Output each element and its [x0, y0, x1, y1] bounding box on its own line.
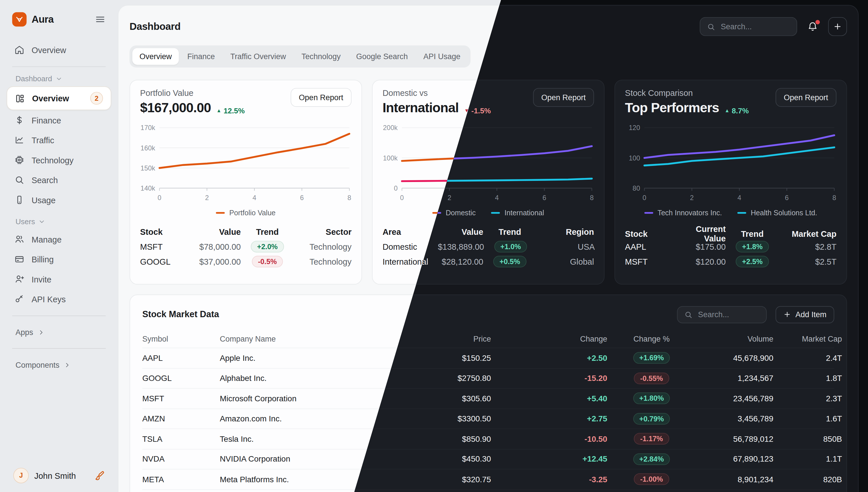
- sidebar-item-traffic[interactable]: Traffic: [7, 130, 111, 150]
- sidebar-item-technology[interactable]: Technology: [7, 150, 111, 170]
- card-headline: $167,000.00: [140, 100, 211, 116]
- sidebar-item-label: Traffic: [31, 136, 54, 145]
- card-subtitle: Stock Comparison: [625, 88, 749, 98]
- table-search[interactable]: [677, 306, 767, 323]
- change-pct-pill: -1.17%: [634, 433, 669, 445]
- change-pct-pill: -1.00%: [634, 473, 669, 485]
- svg-text:4: 4: [495, 194, 499, 201]
- svg-text:200k: 200k: [383, 124, 398, 131]
- sidebar-collapse-button[interactable]: [95, 14, 106, 25]
- sidebar-item-label: Manage: [31, 235, 62, 244]
- credit-card-icon: [14, 254, 24, 264]
- open-report-button[interactable]: Open Report: [291, 88, 351, 107]
- stage: Aura Overview Dashboard Overview 2 Finan…: [0, 0, 868, 492]
- trend-pill: +1.8%: [736, 241, 769, 252]
- sidebar: Aura Overview Dashboard Overview 2 Finan…: [0, 0, 118, 492]
- svg-text:100k: 100k: [383, 154, 398, 162]
- chevron-down-icon: [55, 75, 63, 82]
- search-icon: [707, 22, 715, 31]
- svg-text:0: 0: [394, 184, 398, 192]
- sidebar-link-apps[interactable]: Apps: [7, 323, 111, 342]
- portfolio-line-chart: 140k150k160k170k02468: [140, 121, 352, 205]
- sidebar-divider: [12, 316, 106, 316]
- header-controls: [700, 17, 847, 36]
- legend-label: International: [504, 208, 544, 217]
- open-report-button[interactable]: Open Report: [533, 88, 594, 107]
- svg-text:2: 2: [205, 194, 209, 201]
- notifications-bell-icon[interactable]: [807, 21, 818, 32]
- open-report-button[interactable]: Open Report: [775, 88, 837, 107]
- svg-text:0: 0: [642, 194, 646, 201]
- card-portfolio-value: Portfolio Value $167,000.00 12.5% Open R…: [129, 80, 362, 285]
- svg-text:170k: 170k: [141, 124, 155, 131]
- sidebar-item-overview-top[interactable]: Overview: [7, 40, 111, 60]
- trend-pill: +1.0%: [494, 241, 527, 252]
- sidebar-item-invite[interactable]: Invite: [7, 269, 111, 289]
- sidebar-item-api-keys[interactable]: API Keys: [7, 289, 111, 309]
- trend-pill: +2.5%: [736, 256, 769, 268]
- sidebar-item-search[interactable]: Search: [7, 170, 111, 190]
- legend-dash: [644, 212, 653, 214]
- cpu-icon: [14, 155, 24, 165]
- tab-finance[interactable]: Finance: [180, 48, 222, 65]
- legend-label: Domestic: [446, 208, 476, 217]
- card-subtitle: Portfolio Value: [140, 88, 245, 98]
- sidebar-item-manage[interactable]: Manage: [7, 229, 111, 249]
- sidebar-section-users[interactable]: Users: [16, 218, 111, 226]
- svg-text:6: 6: [300, 194, 304, 201]
- search-input[interactable]: [720, 22, 788, 31]
- sidebar-item-label: Usage: [31, 195, 56, 205]
- svg-text:8: 8: [348, 194, 351, 201]
- dollar-icon: [14, 115, 24, 125]
- theme-paintbrush-icon[interactable]: [94, 470, 105, 481]
- sidebar-item-label: Finance: [31, 115, 61, 125]
- user-plus-icon: [14, 274, 24, 284]
- aura-logo-icon: [12, 12, 26, 26]
- trend-indicator: 8.7%: [724, 106, 749, 115]
- sidebar-item-label: API Keys: [31, 294, 66, 304]
- section-label: Dashboard: [16, 75, 52, 83]
- svg-text:0: 0: [400, 194, 404, 201]
- sidebar-item-finance[interactable]: Finance: [7, 110, 111, 130]
- search-icon: [14, 175, 24, 185]
- svg-text:8: 8: [833, 194, 836, 201]
- layout-dashboard-icon: [15, 93, 25, 103]
- legend-label: Tech Innovators Inc.: [658, 208, 722, 217]
- trend-indicator: 12.5%: [217, 106, 245, 115]
- trend-arrow-icon: [217, 108, 221, 114]
- sidebar-item-billing[interactable]: Billing: [7, 249, 111, 269]
- sidebar-item-overview[interactable]: Overview 2: [7, 87, 111, 110]
- home-icon: [14, 45, 24, 55]
- tab-api-usage[interactable]: API Usage: [416, 48, 468, 65]
- user-profile[interactable]: J John Smith: [7, 468, 111, 484]
- section-label: Users: [16, 218, 35, 226]
- sidebar-item-label: Overview: [31, 45, 66, 54]
- global-search[interactable]: [700, 17, 797, 36]
- chart-legend: Tech Innovators Inc. Health Solutions Lt…: [625, 207, 837, 218]
- svg-text:8: 8: [590, 194, 594, 201]
- smartphone-icon: [14, 195, 24, 205]
- tab-traffic-overview[interactable]: Traffic Overview: [223, 48, 293, 65]
- add-item-button[interactable]: Add Item: [775, 306, 834, 323]
- sidebar-link-components[interactable]: Components: [7, 355, 111, 374]
- add-button[interactable]: [828, 17, 847, 36]
- card-headline: International: [382, 100, 459, 116]
- trend-pill: -0.5%: [252, 256, 283, 268]
- sidebar-divider: [12, 66, 106, 67]
- sidebar-item-usage[interactable]: Usage: [7, 190, 111, 210]
- legend-dash: [216, 212, 225, 214]
- svg-text:140k: 140k: [141, 184, 155, 192]
- trend-pill: +2.0%: [251, 241, 283, 252]
- sidebar-section-dashboard[interactable]: Dashboard: [16, 75, 111, 83]
- tab-technology[interactable]: Technology: [294, 48, 348, 65]
- tab-overview[interactable]: Overview: [132, 48, 179, 65]
- table-search-input[interactable]: [697, 310, 766, 319]
- sidebar-item-label: Search: [31, 175, 58, 184]
- chevron-right-icon: [64, 361, 71, 368]
- change-pct-pill: -0.55%: [634, 372, 669, 384]
- legend-label: Portfolio Value: [229, 208, 276, 217]
- change-pct-pill: +1.69%: [633, 352, 670, 364]
- sidebar-item-label: Invite: [31, 274, 51, 284]
- card-headline: Top Performers: [625, 100, 719, 116]
- tab-google-search[interactable]: Google Search: [349, 48, 415, 65]
